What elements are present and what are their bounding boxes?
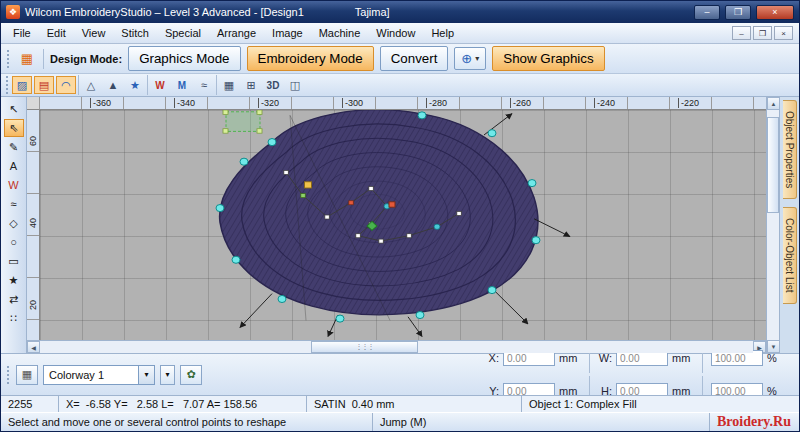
motif-icon[interactable]: ★: [125, 76, 145, 94]
reshape-tool[interactable]: ⇖: [4, 119, 24, 137]
menu-stitch[interactable]: Stitch: [113, 24, 157, 42]
arc-input-icon[interactable]: ◠: [56, 76, 76, 94]
docked-tabstrip: Object Properties Color-Object List: [779, 97, 799, 353]
colorway-select[interactable]: Colorway 1 ▾: [43, 365, 155, 385]
run-tool[interactable]: ≈: [4, 195, 24, 213]
horizontal-scrollbar[interactable]: ◀ ⋮⋮⋮ ▶: [27, 340, 766, 353]
lettering-tool[interactable]: A: [4, 157, 24, 175]
show-graphics-button[interactable]: Show Graphics: [492, 46, 604, 71]
ruler-tick: 60: [28, 136, 38, 146]
menu-special[interactable]: Special: [157, 24, 209, 42]
tab-color-object-list[interactable]: Color-Object List: [783, 207, 797, 303]
ruler-tick: 20: [28, 300, 38, 310]
design-canvas[interactable]: [40, 110, 766, 340]
scale-w-percent: %: [767, 352, 789, 364]
hint-message: Select and move one or several control p…: [1, 413, 373, 431]
tatami-fill-icon[interactable]: ▦: [219, 76, 239, 94]
document-title: Tajima]: [355, 6, 390, 18]
stitch-pattern-icon[interactable]: ▦: [17, 49, 37, 69]
ruler-tick: -300: [342, 98, 363, 108]
toolbar-separator: [216, 75, 217, 95]
toolbar-grip[interactable]: [7, 366, 11, 384]
pointer-coordinates: X= -6.58 Y= 2.58 L= 7.07 A= 158.56: [59, 396, 307, 412]
colorway-dropdown-button[interactable]: ▾: [160, 365, 175, 385]
close-button[interactable]: ×: [756, 5, 794, 20]
ruler-tick: 40: [28, 218, 38, 228]
column-a-icon[interactable]: △: [81, 76, 101, 94]
statusbar: 2255 X= -6.58 Y= 2.58 L= 7.07 A= 158.56 …: [1, 395, 799, 412]
graphics-mode-button[interactable]: Graphics Mode: [128, 46, 240, 71]
toolbar-separator: [147, 75, 148, 95]
ellipse-tool[interactable]: ○: [4, 233, 24, 251]
stitch-count: 2255: [1, 396, 59, 412]
convert-button[interactable]: Convert: [380, 46, 449, 71]
stitch-toolbar: ▨ ▤ ◠ △ ▲ ★ W M ≈ ▦ ⊞ 3D ◫: [1, 74, 799, 97]
menu-image[interactable]: Image: [264, 24, 311, 42]
canvas-panel: -360 -340 -320 -300 -280 -260 -240 -220 …: [27, 97, 766, 353]
tab-object-properties[interactable]: Object Properties: [783, 100, 797, 199]
travel-mode: Jump (M): [373, 413, 710, 431]
main-area: ↖ ⇖ ✎ A W ≈ ◇ ○ ▭ ★ ⇄ ∷ -360 -340 -320 -…: [1, 97, 799, 353]
entry-point-marker: [223, 110, 262, 133]
scroll-thumb[interactable]: [767, 117, 779, 214]
scroll-left-icon[interactable]: ◀: [27, 341, 40, 353]
menu-window[interactable]: Window: [368, 24, 423, 42]
run-stitch-icon[interactable]: ≈: [194, 76, 214, 94]
ruler-tick: -240: [594, 98, 615, 108]
design-mode-label: Design Mode:: [50, 53, 122, 65]
scroll-track[interactable]: [767, 110, 779, 340]
manual-stitch-tool[interactable]: W: [4, 176, 24, 194]
column-b-icon[interactable]: ▲: [103, 76, 123, 94]
manual-m-stitch-icon[interactable]: M: [172, 76, 192, 94]
select-tool[interactable]: ↖: [4, 100, 24, 118]
menu-view[interactable]: View: [74, 24, 114, 42]
toolbar-grip[interactable]: [7, 50, 11, 68]
grid-icon[interactable]: ⊞: [241, 76, 261, 94]
embroidery-mode-button[interactable]: Embroidery Mode: [247, 46, 374, 71]
shape-tool[interactable]: ◇: [4, 214, 24, 232]
palette-icon[interactable]: ✿: [180, 365, 202, 385]
selected-object-info: Object 1: Complex Fill: [522, 396, 799, 412]
star-tool[interactable]: ★: [4, 271, 24, 289]
menu-file[interactable]: File: [5, 24, 39, 42]
stitch-type-info: SATIN 0.40 mm: [307, 396, 522, 412]
mirror-tool[interactable]: ⇄: [4, 290, 24, 308]
ruler-tick: -220: [678, 98, 699, 108]
menu-machine[interactable]: Machine: [311, 24, 369, 42]
hoop-globe-button[interactable]: ⊕ ▾: [454, 47, 486, 70]
measure-tool[interactable]: ∷: [4, 309, 24, 327]
run-input-icon[interactable]: ▤: [34, 76, 54, 94]
w-label: W:: [598, 352, 612, 364]
scroll-track[interactable]: ⋮⋮⋮: [40, 341, 753, 353]
hoop-icon[interactable]: ◫: [285, 76, 305, 94]
3d-view-icon[interactable]: 3D: [263, 76, 283, 94]
embroidery-design: [40, 110, 766, 340]
rectangle-tool[interactable]: ▭: [4, 252, 24, 270]
polygon-input-icon[interactable]: ▨: [12, 76, 32, 94]
colorway-toolbar: ▦ Colorway 1 ▾ ▾ ✿ X: mm W: mm % Y:: [1, 353, 799, 395]
ruler-corner: [27, 97, 40, 110]
horizontal-ruler: -360 -340 -320 -300 -280 -260 -240 -220: [40, 97, 766, 110]
menu-edit[interactable]: Edit: [39, 24, 74, 42]
mdi-minimize-button[interactable]: –: [732, 26, 751, 40]
menubar: File Edit View Stitch Special Arrange Im…: [1, 23, 799, 44]
menu-help[interactable]: Help: [423, 24, 462, 42]
menu-arrange[interactable]: Arrange: [209, 24, 264, 42]
minimize-button[interactable]: –: [694, 5, 720, 20]
chevron-down-icon: ▾: [475, 54, 479, 63]
scroll-thumb[interactable]: ⋮⋮⋮: [311, 341, 418, 353]
chevron-down-icon[interactable]: ▾: [138, 366, 154, 384]
w-unit: mm: [672, 352, 694, 364]
toolbar-grip[interactable]: [6, 76, 10, 94]
pen-tool[interactable]: ✎: [4, 138, 24, 156]
mdi-restore-button[interactable]: ❒: [753, 26, 772, 40]
watermark: Broidery.Ru: [710, 413, 799, 431]
mode-toolbar: ▦ Design Mode: Graphics Mode Embroidery …: [1, 44, 799, 74]
manual-w-stitch-icon[interactable]: W: [150, 76, 170, 94]
ruler-tick: -340: [174, 98, 195, 108]
colorway-settings-icon[interactable]: ▦: [16, 365, 38, 385]
vertical-scrollbar[interactable]: ▲ ▼: [766, 97, 779, 353]
mdi-close-button[interactable]: ×: [774, 26, 793, 40]
ruler-tick: -360: [90, 98, 111, 108]
maximize-button[interactable]: ❒: [725, 5, 751, 20]
